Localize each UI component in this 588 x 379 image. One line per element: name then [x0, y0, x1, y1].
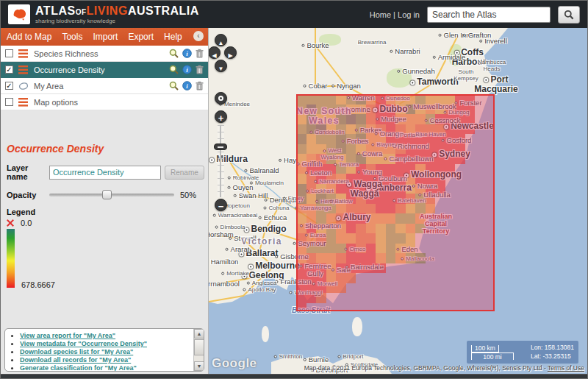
density-cell	[306, 114, 317, 124]
layer-row-map-options[interactable]: Map options	[1, 94, 208, 110]
zoom-in-button[interactable]: +	[215, 110, 227, 123]
menu-item-import[interactable]: Import	[93, 32, 118, 42]
rename-button[interactable]: Rename	[165, 166, 204, 180]
nav-home-login[interactable]: Home | Log in	[370, 10, 420, 19]
density-cell	[336, 124, 346, 135]
density-cell	[395, 233, 406, 244]
links-scrollbar[interactable]: ▲ ▼	[193, 329, 204, 371]
density-cell	[306, 204, 317, 214]
opacity-slider-track[interactable]	[49, 194, 174, 196]
density-cell	[465, 114, 476, 124]
collapse-sidebar-button[interactable]: ‹	[193, 31, 204, 41]
layer-name-label: Layer name	[7, 163, 49, 181]
layer-label: My Area	[34, 82, 169, 91]
layer-panel-title: Occurrence Density	[7, 143, 208, 155]
zoom-to-layer-icon[interactable]	[169, 65, 179, 74]
layer-label: Map options	[34, 98, 204, 107]
density-cell	[296, 124, 306, 135]
layer-checkbox-my-area[interactable]: ✓	[5, 82, 13, 90]
delete-layer-icon[interactable]	[196, 65, 204, 74]
opacity-slider[interactable]	[49, 190, 174, 200]
layer-info-icon[interactable]: i	[182, 49, 192, 58]
density-cell	[346, 164, 356, 174]
search-input[interactable]	[427, 7, 551, 23]
area-action-link[interactable]: Generate classification for "My Area"	[20, 364, 137, 372]
brand-of: OF	[76, 8, 87, 16]
polygon-icon	[18, 82, 29, 91]
layer-checkbox-occurrence-density[interactable]: ✓	[5, 65, 13, 74]
density-cell	[376, 164, 386, 174]
sidebar-menubar: Add to MapToolsImportExportHelp‹	[1, 28, 208, 46]
layer-row-species-richness[interactable]: Species Richnessi	[1, 46, 208, 62]
density-cell	[336, 105, 346, 115]
arrow-down-icon: ▼	[218, 65, 224, 72]
density-cell	[296, 94, 306, 105]
density-cell	[376, 244, 386, 254]
scroll-thumb[interactable]	[194, 339, 204, 355]
area-action-link[interactable]: View metadata for "Occurrence Density"	[20, 340, 147, 347]
density-cell	[356, 253, 366, 263]
density-cell	[386, 213, 396, 224]
area-action-link[interactable]: View area report for "My Area"	[20, 332, 115, 339]
menu-item-add-to-map[interactable]: Add to Map	[7, 32, 51, 42]
zoom-to-layer-icon[interactable]	[169, 81, 179, 91]
density-cell	[415, 144, 426, 155]
density-cell	[406, 114, 416, 124]
scroll-down-button[interactable]: ▼	[194, 361, 204, 371]
layer-row-my-area[interactable]: ✓My Areai	[1, 78, 208, 94]
pan-right-button[interactable]: ▶	[224, 46, 237, 59]
recenter-button[interactable]	[215, 92, 227, 105]
pan-up-button[interactable]: ▲	[215, 34, 227, 46]
density-cell	[346, 233, 356, 244]
terms-of-use-link[interactable]: Terms of Use	[548, 364, 584, 372]
pan-down-button[interactable]: ▼	[215, 60, 227, 72]
density-cell	[366, 204, 376, 214]
menu-item-help[interactable]: Help	[164, 32, 182, 42]
layer-row-occurrence-density[interactable]: ✓Occurrence Densityi	[1, 62, 208, 78]
ala-logo[interactable]	[8, 4, 30, 24]
layer-info-icon[interactable]: i	[182, 65, 192, 74]
density-cell	[415, 134, 426, 144]
search-button[interactable]	[558, 6, 580, 24]
arrow-left-icon: ◀	[212, 52, 216, 59]
density-cell	[326, 263, 337, 274]
density-cell	[465, 105, 476, 115]
scroll-up-button[interactable]: ▲	[194, 329, 204, 339]
zoom-slider-track[interactable]	[218, 125, 224, 197]
density-cell	[445, 105, 456, 115]
menu-item-tools[interactable]: Tools	[62, 32, 82, 42]
density-cell	[435, 144, 445, 155]
density-cell	[386, 244, 396, 254]
density-cell	[406, 233, 416, 244]
area-action-link[interactable]: Download all records for "My Area"	[20, 356, 131, 364]
zoom-slider-handle[interactable]	[214, 144, 227, 150]
menu-item-export[interactable]: Export	[128, 32, 154, 42]
density-cell	[406, 134, 416, 144]
opacity-slider-handle[interactable]	[102, 190, 112, 199]
layer-checkbox-map-options[interactable]	[5, 98, 13, 106]
area-action-link[interactable]: Download species list for "My Area"	[20, 348, 133, 355]
brand-living: LIVING	[87, 4, 128, 17]
density-cell	[435, 154, 445, 164]
google-logo[interactable]: Google	[212, 356, 257, 371]
delete-layer-icon[interactable]	[196, 81, 204, 91]
layer-checkbox-species-richness[interactable]	[5, 49, 13, 57]
zoom-out-button[interactable]: −	[215, 199, 227, 211]
zoom-to-layer-icon[interactable]	[169, 49, 179, 58]
list-item: View area report for "My Area"	[20, 332, 204, 339]
density-cell	[336, 253, 346, 263]
layer-name-input[interactable]	[49, 166, 161, 180]
delete-layer-icon[interactable]	[196, 49, 204, 58]
map-canvas[interactable]: MilduraBendigoMelbourneGeelongBallaratCa…	[209, 28, 587, 374]
legend-x-icon	[7, 219, 14, 227]
density-cell	[366, 134, 376, 144]
density-cell	[306, 154, 317, 164]
density-cell	[426, 194, 436, 204]
density-cell	[356, 134, 366, 144]
density-cell	[346, 253, 356, 263]
density-cell	[296, 204, 306, 214]
density-cell	[395, 94, 406, 105]
layer-info-icon[interactable]: i	[182, 81, 192, 91]
layer-list: Species Richnessi✓Occurrence Densityi✓My…	[1, 46, 208, 110]
density-cell	[366, 114, 376, 124]
